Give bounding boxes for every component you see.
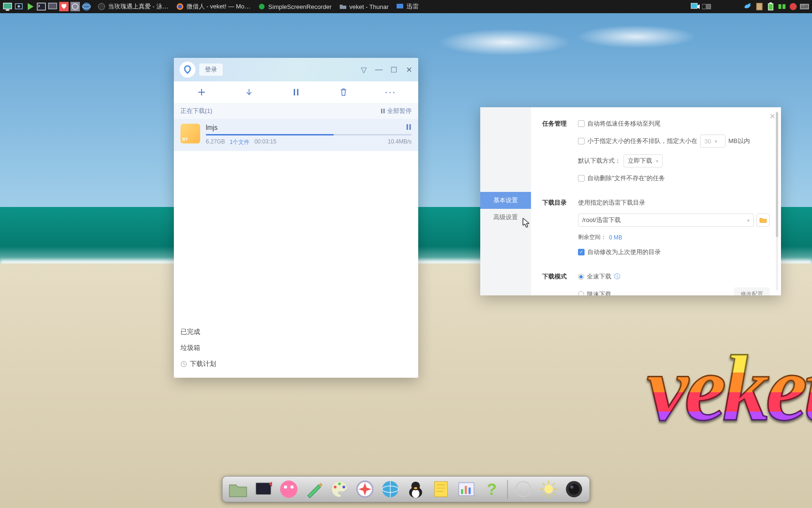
dock-filemanager-icon[interactable] <box>227 478 249 500</box>
chk-no-queue[interactable] <box>578 138 585 144</box>
settings-window: ✕ 基本设置 高级设置 任务管理 自动将低速任务移动至列尾 小于指定大小的任务不… <box>480 107 781 295</box>
xunlei-logo-icon <box>180 62 195 78</box>
size-unit: MB以内 <box>728 137 750 145</box>
titlebar[interactable]: 登录 ▽ — ☐ ✕ <box>174 58 418 81</box>
svg-point-9 <box>82 2 91 11</box>
login-button[interactable]: 登录 <box>199 64 223 76</box>
dock-globe-icon[interactable] <box>380 478 401 500</box>
taskbar-task-xunlei[interactable]: 迅雷 <box>392 0 422 13</box>
dock-tux-icon[interactable] <box>405 478 427 500</box>
dock-chart-icon[interactable] <box>456 478 477 500</box>
task-label: 迅雷 <box>406 2 419 11</box>
nav-trash[interactable]: 垃圾箱 <box>180 340 412 356</box>
tray-monitor-icon[interactable] <box>48 2 57 11</box>
dock-notes-icon[interactable] <box>430 478 452 500</box>
dock-safari-icon[interactable] <box>354 478 376 500</box>
sidebar-item-advanced[interactable]: 高级设置 <box>480 209 531 226</box>
svg-rect-34 <box>409 124 411 130</box>
chk-move-slow-label: 自动将低速任务移动至列尾 <box>587 119 661 128</box>
tray-network-icon[interactable] <box>777 2 787 11</box>
svg-point-40 <box>334 486 336 489</box>
chk-auto-delete-label: 自动删除"文件不存在"的任务 <box>587 174 665 183</box>
default-mode-select[interactable]: 立即下载▾ <box>624 154 663 167</box>
dock-help-icon[interactable]: ? <box>481 478 503 500</box>
radio-fullspeed[interactable] <box>578 274 584 280</box>
dock-sun-icon[interactable] <box>538 478 560 500</box>
folder-icon <box>339 3 347 10</box>
scrollbar-thumb[interactable] <box>776 112 778 237</box>
taskbar-task-thunar[interactable]: veket - Thunar <box>336 0 393 13</box>
status-bar: 正在下载(1) 全部暂停 <box>174 103 418 119</box>
dock-lens-icon[interactable] <box>563 478 585 500</box>
task-label: 当玫瑰遇上真爱 - 泳… <box>108 2 169 11</box>
progress-bar <box>206 134 412 135</box>
tray-play-icon[interactable] <box>25 2 35 11</box>
nav-completed[interactable]: 已完成 <box>180 324 412 340</box>
tray-screen-icon[interactable] <box>691 2 700 11</box>
dock-palette-icon[interactable] <box>329 478 351 500</box>
tray-clipboard-icon[interactable] <box>755 2 764 11</box>
menu-chevron-icon[interactable]: ▽ <box>360 66 367 73</box>
taskbar-task-recorder[interactable]: SimpleScreenRecorder <box>254 0 335 13</box>
add-task-button[interactable] <box>180 87 223 97</box>
tray-bird-icon[interactable] <box>743 2 753 11</box>
downloading-label: 正在下载(1) <box>180 107 212 115</box>
dock-extra1-icon[interactable] <box>513 478 534 500</box>
chk-remember-dir[interactable] <box>578 249 585 255</box>
tray-battery-icon[interactable] <box>766 2 775 11</box>
pause-button[interactable] <box>275 87 317 97</box>
use-dir-label: 使用指定的迅雷下载目录 <box>578 198 645 207</box>
tray-keyboard-icon[interactable] <box>800 2 809 11</box>
close-button[interactable]: ✕ <box>405 66 413 73</box>
svg-rect-0 <box>3 3 12 9</box>
svg-text:?: ? <box>487 480 497 498</box>
tray-workspaces-icon[interactable] <box>702 2 711 11</box>
minimize-button[interactable]: — <box>375 66 383 73</box>
svg-point-38 <box>284 485 287 489</box>
svg-point-24 <box>790 3 797 10</box>
taskbar-task-firefox[interactable]: 微借人 - veket! — Mo… <box>172 0 255 13</box>
tray-globe-icon[interactable] <box>82 2 91 11</box>
tray-capture-icon[interactable] <box>14 2 23 11</box>
tray-display-icon[interactable] <box>3 2 12 11</box>
browse-folder-button[interactable] <box>757 214 770 227</box>
modify-config-button[interactable]: 修改配置 <box>734 287 770 295</box>
svg-point-48 <box>412 489 419 498</box>
chk-move-slow[interactable] <box>578 120 585 127</box>
nav-schedule[interactable]: 下载计划 <box>180 356 412 372</box>
tray-heart-icon[interactable] <box>59 2 69 11</box>
task-label: veket - Thunar <box>350 3 389 10</box>
svg-rect-16 <box>691 3 697 8</box>
chk-auto-delete[interactable] <box>578 175 585 182</box>
svg-rect-27 <box>803 6 803 6</box>
dir-path-select[interactable]: /root/迅雷下载▾ <box>578 214 754 227</box>
radio-limited[interactable] <box>578 291 584 295</box>
svg-rect-30 <box>297 89 298 95</box>
download-button[interactable] <box>228 87 270 97</box>
dock-tablet-icon[interactable] <box>253 478 274 500</box>
file-count[interactable]: 1个文件 <box>230 138 250 146</box>
svg-point-41 <box>338 483 341 485</box>
info-icon[interactable]: ⓘ <box>614 272 620 281</box>
tray-compass-icon[interactable] <box>70 2 80 11</box>
dock-editor-icon[interactable] <box>304 478 325 500</box>
tray-terminal-icon[interactable] <box>37 2 46 11</box>
scrollbar[interactable] <box>776 112 778 291</box>
maximize-button[interactable]: ☐ <box>390 66 398 73</box>
more-button[interactable]: ··· <box>369 86 412 98</box>
item-pause-button[interactable] <box>406 124 412 131</box>
svg-rect-29 <box>294 89 295 95</box>
svg-rect-18 <box>707 4 710 9</box>
svg-rect-19 <box>757 3 763 10</box>
tray-record-icon[interactable] <box>789 2 798 11</box>
delete-button[interactable] <box>322 87 365 97</box>
dock-app-pink-icon[interactable] <box>278 478 300 500</box>
clock-icon <box>180 361 187 367</box>
svg-point-11 <box>98 3 105 10</box>
svg-rect-36 <box>256 483 271 494</box>
size-select[interactable]: 30▾ <box>700 135 726 148</box>
taskbar-task-music[interactable]: 当玫瑰遇上真爱 - 泳… <box>94 0 172 13</box>
pause-all-button[interactable]: 全部暂停 <box>381 107 412 115</box>
download-item[interactable]: BT lmjs 6.27GB 1个文件 00:03:15 10.4MB/s <box>174 119 418 151</box>
sidebar-item-basic[interactable]: 基本设置 <box>480 192 531 209</box>
